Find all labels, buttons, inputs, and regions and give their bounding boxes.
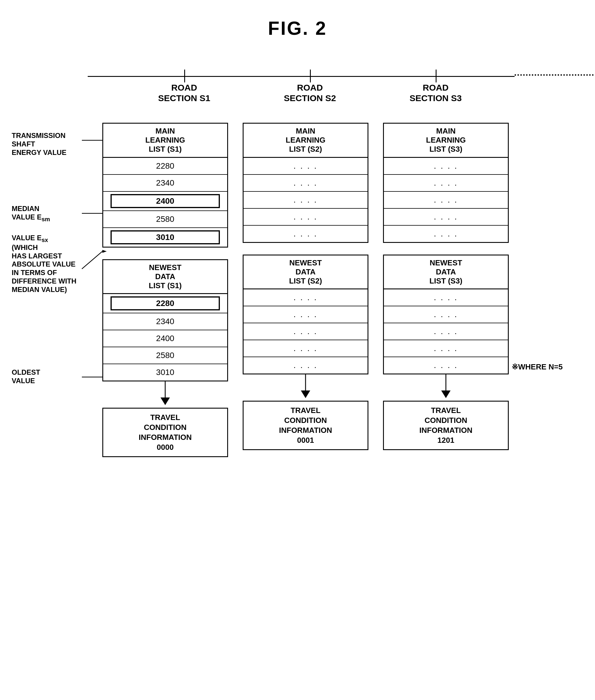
main-learning-list-s3: MAINLEARNINGLIST (S3) . . . . . . . . . …: [383, 123, 509, 243]
newest-data-list-s1: NEWESTDATALIST (S1) 2280 2340 2400 2580 …: [102, 259, 228, 382]
column-s3: MAINLEARNINGLIST (S3) . . . . . . . . . …: [383, 123, 509, 450]
newest-list-s1-row-3: 2400: [103, 330, 227, 347]
note-where-n5: ※WHERE N=5: [512, 362, 563, 372]
arrow-s1: [102, 381, 228, 408]
svg-line-4: [82, 251, 102, 269]
arrow-s2: [243, 374, 368, 401]
road-line-solid: [88, 76, 515, 77]
newest-list-s1-row-2: 2340: [103, 313, 227, 330]
road-tick-1: [184, 69, 185, 82]
main-list-s1-row-5: 3010: [103, 228, 227, 247]
newest-list-s3-header: NEWESTDATALIST (S3): [384, 256, 508, 290]
main-list-s3-row-1: . . . .: [384, 158, 508, 175]
travel-condition-s1: TRAVELCONDITIONINFORMATION0000: [102, 408, 228, 457]
road-tick-2: [310, 69, 311, 82]
newest-list-s3-row-5: . . . .: [384, 357, 508, 374]
figure-title: FIG. 2: [0, 0, 595, 39]
annotation-oldest-value: OLDESTVALUE: [12, 368, 79, 385]
annotation-transmission-shaft: TRANSMISSIONSHAFTENERGY VALUE: [12, 132, 79, 157]
main-list-s3-row-4: . . . .: [384, 209, 508, 226]
road-section-s3-label: ROADSECTION S3: [389, 82, 482, 104]
annotation-median-value: MEDIANVALUE Esm: [12, 205, 79, 223]
main-list-s1-row-1: 2280: [103, 158, 227, 175]
newest-list-s3-row-4: . . . .: [384, 340, 508, 357]
newest-data-list-s3: NEWESTDATALIST (S3) . . . . . . . . . . …: [383, 255, 509, 375]
arrow-s3: [383, 374, 509, 401]
newest-list-s3-row-3: . . . .: [384, 323, 508, 340]
newest-list-s2-row-4: . . . .: [244, 340, 368, 357]
newest-list-s1-row-4: 2580: [103, 347, 227, 364]
road-section-s2-label: ROADSECTION S2: [263, 82, 357, 104]
newest-list-s1-row-5: 3010: [103, 364, 227, 381]
main-list-s1-row-4: 2580: [103, 211, 227, 228]
road-line-dotted: [515, 74, 595, 76]
newest-list-s1-row-1: 2280: [103, 294, 227, 313]
newest-list-s2-row-3: . . . .: [244, 323, 368, 340]
main-list-s3-row-3: . . . .: [384, 192, 508, 209]
newest-list-s2-row-1: . . . .: [244, 289, 368, 306]
column-s1: MAINLEARNINGLIST (S1) 2280 2340 2400 258…: [102, 123, 228, 457]
main-list-s2-row-2: . . . .: [244, 175, 368, 192]
main-list-s2-row-5: . . . .: [244, 226, 368, 242]
newest-list-s1-header: NEWESTDATALIST (S1): [103, 260, 227, 294]
annotation-value-esx: VALUE Esx(WHICHHAS LARGESTABSOLUTE VALUE…: [12, 234, 79, 294]
main-learning-list-s1: MAINLEARNINGLIST (S1) 2280 2340 2400 258…: [102, 123, 228, 247]
newest-data-list-s2: NEWESTDATALIST (S2) . . . . . . . . . . …: [243, 255, 368, 375]
main-list-s2-row-1: . . . .: [244, 158, 368, 175]
main-list-s2-header: MAINLEARNINGLIST (S2): [244, 124, 368, 158]
travel-condition-s3: TRAVELCONDITIONINFORMATION1201: [383, 401, 509, 450]
main-list-s2-row-3: . . . .: [244, 192, 368, 209]
newest-list-s2-row-5: . . . .: [244, 357, 368, 374]
main-diagram: TRANSMISSIONSHAFTENERGY VALUE MEDIANVALU…: [12, 123, 583, 688]
newest-list-s2-row-2: . . . .: [244, 306, 368, 323]
road-diagram: ROADSECTION S1 ROADSECTION S2 ROADSECTIO…: [88, 61, 577, 96]
main-list-s2-row-4: . . . .: [244, 209, 368, 226]
newest-list-s3-row-1: . . . .: [384, 289, 508, 306]
newest-list-s3-row-2: . . . .: [384, 306, 508, 323]
main-list-s3-row-2: . . . .: [384, 175, 508, 192]
main-learning-list-s2: MAINLEARNINGLIST (S2) . . . . . . . . . …: [243, 123, 368, 243]
main-list-s3-header: MAINLEARNINGLIST (S3): [384, 124, 508, 158]
main-list-s1-header: MAINLEARNINGLIST (S1): [103, 124, 227, 158]
newest-list-s2-header: NEWESTDATALIST (S2): [244, 256, 368, 290]
main-list-s1-row-2: 2340: [103, 175, 227, 192]
main-list-s1-row-3: 2400: [103, 192, 227, 211]
travel-condition-s2: TRAVELCONDITIONINFORMATION0001: [243, 401, 368, 450]
main-list-s3-row-5: . . . .: [384, 226, 508, 242]
column-s2: MAINLEARNINGLIST (S2) . . . . . . . . . …: [243, 123, 368, 450]
road-tick-3: [436, 69, 436, 82]
road-section-s1-label: ROADSECTION S1: [137, 82, 231, 104]
